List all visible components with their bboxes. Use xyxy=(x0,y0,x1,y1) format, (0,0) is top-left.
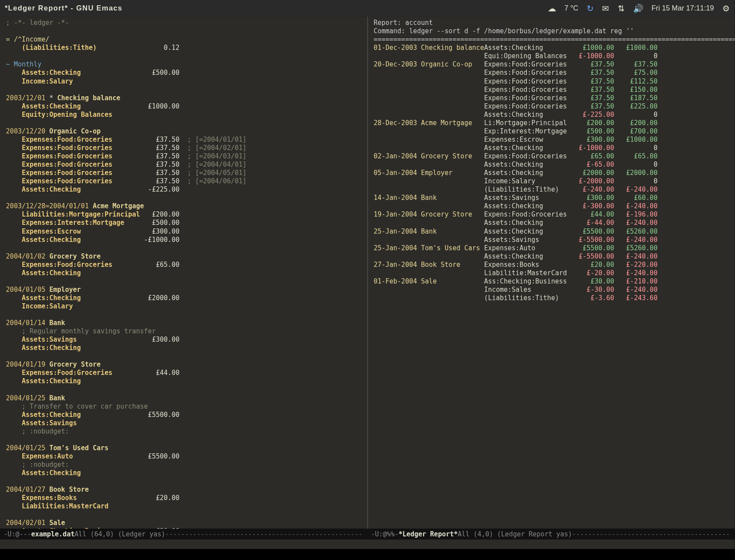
modeline-fill: ----------------------------------------… xyxy=(572,530,732,538)
refresh-icon[interactable]: ↻ xyxy=(587,4,594,13)
settings-icon[interactable]: ⚙ xyxy=(722,4,730,13)
weather-text: 7 °C xyxy=(564,4,578,13)
left-buffer[interactable]: ; -*- ledger -*- = /^Income/ (Liabilitie… xyxy=(0,17,367,528)
network-icon[interactable]: ⇅ xyxy=(618,4,625,13)
modeline-info: All (64,0) (Ledger yas) xyxy=(74,530,165,538)
clock: Fri 15 Mar 17:11:19 xyxy=(651,4,714,13)
tray: ☁ 7 °C ↻ ✉ ⇅ 🔊 Fri 15 Mar 17:11:19 ⚙ xyxy=(548,4,730,13)
buffer-name: *Ledger Report* xyxy=(399,530,458,538)
window-title: *Ledger Report* - GNU Emacs xyxy=(5,4,122,13)
volume-icon[interactable]: 🔊 xyxy=(633,4,643,13)
mail-icon[interactable]: ✉ xyxy=(602,4,609,13)
modeline-prefix: -U:@--- xyxy=(4,530,31,538)
buffer-name: example.dat xyxy=(31,530,74,538)
weather-icon: ☁ xyxy=(548,4,556,13)
minibuffer[interactable] xyxy=(0,539,735,549)
modeline-info: All (4,0) (Ledger Report yas) xyxy=(458,530,572,538)
modeline-left[interactable]: -U:@--- example.dat All (64,0) (Ledger y… xyxy=(0,530,368,538)
top-panel: *Ledger Report* - GNU Emacs ☁ 7 °C ↻ ✉ ⇅… xyxy=(0,0,735,17)
modeline-fill: ----------------------------------------… xyxy=(165,530,364,538)
modeline-right[interactable]: -U:@%%- *Ledger Report* All (4,0) (Ledge… xyxy=(368,530,735,538)
modeline-prefix: -U:@%%- xyxy=(371,530,399,538)
right-buffer[interactable]: Report: account Command: ledger --sort d… xyxy=(367,17,735,528)
